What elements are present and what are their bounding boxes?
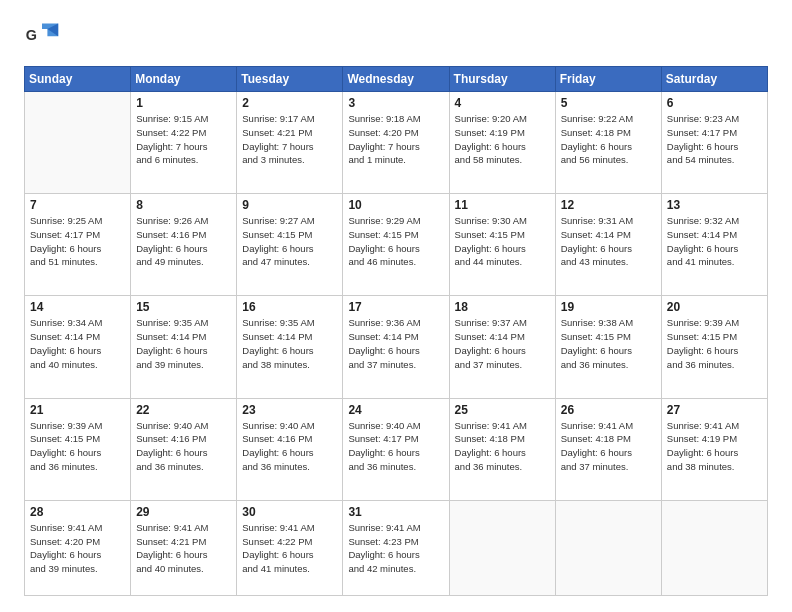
cell-w1-d2: 1Sunrise: 9:15 AM Sunset: 4:22 PM Daylig… [131, 92, 237, 194]
cell-w5-d2: 29Sunrise: 9:41 AM Sunset: 4:21 PM Dayli… [131, 500, 237, 595]
cell-details: Sunrise: 9:25 AM Sunset: 4:17 PM Dayligh… [30, 214, 125, 269]
header-day-sunday: Sunday [25, 67, 131, 92]
day-number: 9 [242, 198, 337, 212]
header-day-wednesday: Wednesday [343, 67, 449, 92]
week-row-3: 14Sunrise: 9:34 AM Sunset: 4:14 PM Dayli… [25, 296, 768, 398]
cell-w5-d3: 30Sunrise: 9:41 AM Sunset: 4:22 PM Dayli… [237, 500, 343, 595]
day-number: 5 [561, 96, 656, 110]
cell-w1-d3: 2Sunrise: 9:17 AM Sunset: 4:21 PM Daylig… [237, 92, 343, 194]
cell-w4-d6: 26Sunrise: 9:41 AM Sunset: 4:18 PM Dayli… [555, 398, 661, 500]
cell-w2-d2: 8Sunrise: 9:26 AM Sunset: 4:16 PM Daylig… [131, 194, 237, 296]
logo-icon: G [24, 20, 60, 56]
cell-details: Sunrise: 9:35 AM Sunset: 4:14 PM Dayligh… [136, 316, 231, 371]
day-number: 21 [30, 403, 125, 417]
cell-details: Sunrise: 9:37 AM Sunset: 4:14 PM Dayligh… [455, 316, 550, 371]
day-number: 8 [136, 198, 231, 212]
day-number: 6 [667, 96, 762, 110]
cell-details: Sunrise: 9:41 AM Sunset: 4:21 PM Dayligh… [136, 521, 231, 576]
cell-details: Sunrise: 9:36 AM Sunset: 4:14 PM Dayligh… [348, 316, 443, 371]
cell-w3-d4: 17Sunrise: 9:36 AM Sunset: 4:14 PM Dayli… [343, 296, 449, 398]
day-number: 19 [561, 300, 656, 314]
day-number: 26 [561, 403, 656, 417]
header: G [24, 20, 768, 56]
header-day-friday: Friday [555, 67, 661, 92]
cell-details: Sunrise: 9:26 AM Sunset: 4:16 PM Dayligh… [136, 214, 231, 269]
page: G SundayMondayTuesdayWednesdayThursdayFr… [0, 0, 792, 612]
day-number: 16 [242, 300, 337, 314]
cell-details: Sunrise: 9:29 AM Sunset: 4:15 PM Dayligh… [348, 214, 443, 269]
day-number: 4 [455, 96, 550, 110]
cell-w2-d7: 13Sunrise: 9:32 AM Sunset: 4:14 PM Dayli… [661, 194, 767, 296]
cell-w1-d1 [25, 92, 131, 194]
day-number: 13 [667, 198, 762, 212]
cell-details: Sunrise: 9:27 AM Sunset: 4:15 PM Dayligh… [242, 214, 337, 269]
cell-w3-d1: 14Sunrise: 9:34 AM Sunset: 4:14 PM Dayli… [25, 296, 131, 398]
day-number: 23 [242, 403, 337, 417]
cell-details: Sunrise: 9:41 AM Sunset: 4:23 PM Dayligh… [348, 521, 443, 576]
day-number: 2 [242, 96, 337, 110]
calendar-table: SundayMondayTuesdayWednesdayThursdayFrid… [24, 66, 768, 596]
cell-details: Sunrise: 9:41 AM Sunset: 4:18 PM Dayligh… [561, 419, 656, 474]
cell-details: Sunrise: 9:38 AM Sunset: 4:15 PM Dayligh… [561, 316, 656, 371]
cell-w3-d3: 16Sunrise: 9:35 AM Sunset: 4:14 PM Dayli… [237, 296, 343, 398]
cell-details: Sunrise: 9:41 AM Sunset: 4:20 PM Dayligh… [30, 521, 125, 576]
cell-w1-d5: 4Sunrise: 9:20 AM Sunset: 4:19 PM Daylig… [449, 92, 555, 194]
cell-w2-d5: 11Sunrise: 9:30 AM Sunset: 4:15 PM Dayli… [449, 194, 555, 296]
cell-w1-d7: 6Sunrise: 9:23 AM Sunset: 4:17 PM Daylig… [661, 92, 767, 194]
cell-details: Sunrise: 9:40 AM Sunset: 4:16 PM Dayligh… [242, 419, 337, 474]
cell-details: Sunrise: 9:31 AM Sunset: 4:14 PM Dayligh… [561, 214, 656, 269]
cell-details: Sunrise: 9:41 AM Sunset: 4:18 PM Dayligh… [455, 419, 550, 474]
day-number: 25 [455, 403, 550, 417]
day-number: 14 [30, 300, 125, 314]
header-day-monday: Monday [131, 67, 237, 92]
cell-w5-d7 [661, 500, 767, 595]
day-number: 22 [136, 403, 231, 417]
day-number: 15 [136, 300, 231, 314]
week-row-4: 21Sunrise: 9:39 AM Sunset: 4:15 PM Dayli… [25, 398, 768, 500]
cell-w4-d5: 25Sunrise: 9:41 AM Sunset: 4:18 PM Dayli… [449, 398, 555, 500]
cell-details: Sunrise: 9:40 AM Sunset: 4:16 PM Dayligh… [136, 419, 231, 474]
week-row-1: 1Sunrise: 9:15 AM Sunset: 4:22 PM Daylig… [25, 92, 768, 194]
cell-details: Sunrise: 9:39 AM Sunset: 4:15 PM Dayligh… [667, 316, 762, 371]
cell-w3-d6: 19Sunrise: 9:38 AM Sunset: 4:15 PM Dayli… [555, 296, 661, 398]
cell-w5-d5 [449, 500, 555, 595]
day-number: 29 [136, 505, 231, 519]
cell-w4-d1: 21Sunrise: 9:39 AM Sunset: 4:15 PM Dayli… [25, 398, 131, 500]
logo: G [24, 20, 66, 56]
day-number: 10 [348, 198, 443, 212]
cell-details: Sunrise: 9:23 AM Sunset: 4:17 PM Dayligh… [667, 112, 762, 167]
cell-details: Sunrise: 9:40 AM Sunset: 4:17 PM Dayligh… [348, 419, 443, 474]
day-number: 11 [455, 198, 550, 212]
week-row-5: 28Sunrise: 9:41 AM Sunset: 4:20 PM Dayli… [25, 500, 768, 595]
day-number: 7 [30, 198, 125, 212]
cell-w4-d2: 22Sunrise: 9:40 AM Sunset: 4:16 PM Dayli… [131, 398, 237, 500]
cell-w3-d2: 15Sunrise: 9:35 AM Sunset: 4:14 PM Dayli… [131, 296, 237, 398]
cell-details: Sunrise: 9:20 AM Sunset: 4:19 PM Dayligh… [455, 112, 550, 167]
day-number: 3 [348, 96, 443, 110]
cell-details: Sunrise: 9:22 AM Sunset: 4:18 PM Dayligh… [561, 112, 656, 167]
day-number: 28 [30, 505, 125, 519]
week-row-2: 7Sunrise: 9:25 AM Sunset: 4:17 PM Daylig… [25, 194, 768, 296]
cell-w1-d6: 5Sunrise: 9:22 AM Sunset: 4:18 PM Daylig… [555, 92, 661, 194]
day-number: 30 [242, 505, 337, 519]
cell-w2-d4: 10Sunrise: 9:29 AM Sunset: 4:15 PM Dayli… [343, 194, 449, 296]
cell-w4-d4: 24Sunrise: 9:40 AM Sunset: 4:17 PM Dayli… [343, 398, 449, 500]
cell-details: Sunrise: 9:32 AM Sunset: 4:14 PM Dayligh… [667, 214, 762, 269]
cell-w1-d4: 3Sunrise: 9:18 AM Sunset: 4:20 PM Daylig… [343, 92, 449, 194]
cell-details: Sunrise: 9:15 AM Sunset: 4:22 PM Dayligh… [136, 112, 231, 167]
day-number: 18 [455, 300, 550, 314]
day-number: 31 [348, 505, 443, 519]
cell-w2-d6: 12Sunrise: 9:31 AM Sunset: 4:14 PM Dayli… [555, 194, 661, 296]
cell-details: Sunrise: 9:17 AM Sunset: 4:21 PM Dayligh… [242, 112, 337, 167]
cell-details: Sunrise: 9:41 AM Sunset: 4:19 PM Dayligh… [667, 419, 762, 474]
cell-w5-d6 [555, 500, 661, 595]
header-day-tuesday: Tuesday [237, 67, 343, 92]
cell-details: Sunrise: 9:35 AM Sunset: 4:14 PM Dayligh… [242, 316, 337, 371]
day-number: 17 [348, 300, 443, 314]
cell-w2-d3: 9Sunrise: 9:27 AM Sunset: 4:15 PM Daylig… [237, 194, 343, 296]
day-number: 24 [348, 403, 443, 417]
header-day-thursday: Thursday [449, 67, 555, 92]
cell-w4-d3: 23Sunrise: 9:40 AM Sunset: 4:16 PM Dayli… [237, 398, 343, 500]
cell-details: Sunrise: 9:30 AM Sunset: 4:15 PM Dayligh… [455, 214, 550, 269]
day-number: 27 [667, 403, 762, 417]
